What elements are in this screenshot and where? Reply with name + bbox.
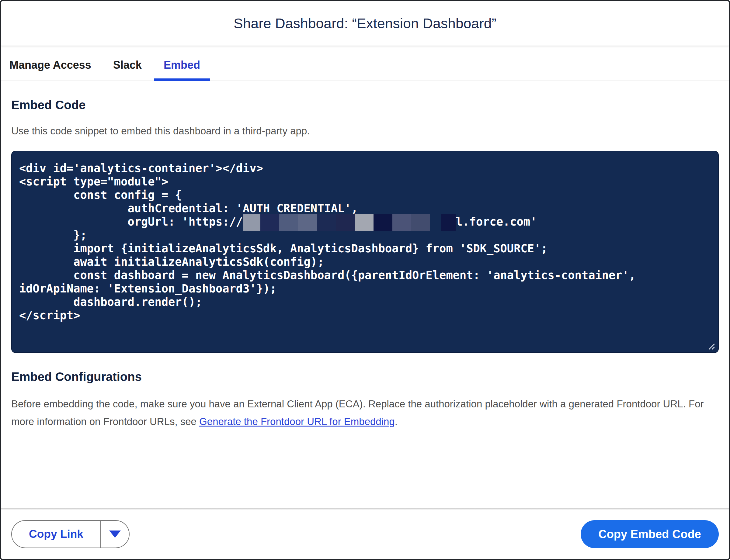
copy-link-split-button: Copy Link xyxy=(11,520,130,548)
tab-slack[interactable]: Slack xyxy=(113,59,142,81)
redacted-org-url xyxy=(243,214,456,231)
tab-bar: Manage Access Slack Embed xyxy=(1,46,729,81)
embed-configurations-text: Before embedding the code, make sure you… xyxy=(11,395,705,430)
chevron-down-icon xyxy=(109,531,121,538)
modal-title: Share Dashboard: “Extension Dashboard” xyxy=(233,15,497,32)
embed-tab-panel: Embed Code Use this code snippet to embe… xyxy=(1,81,729,508)
share-dashboard-modal: Share Dashboard: “Extension Dashboard” M… xyxy=(0,0,730,560)
copy-link-dropdown-button[interactable] xyxy=(101,521,129,548)
modal-header: Share Dashboard: “Extension Dashboard” xyxy=(1,1,729,46)
embed-code-heading: Embed Code xyxy=(11,98,719,112)
embed-code-text: <div id='analytics-container'></div><scr… xyxy=(19,162,715,322)
embed-configurations-heading: Embed Configurations xyxy=(11,370,719,384)
frontdoor-url-link[interactable]: Generate the Frontdoor URL for Embedding xyxy=(199,416,395,427)
tab-manage-access[interactable]: Manage Access xyxy=(9,59,91,81)
config-text-after-link: . xyxy=(395,416,398,427)
resize-grip-icon[interactable] xyxy=(705,340,715,350)
embed-code-textarea[interactable]: <div id='analytics-container'></div><scr… xyxy=(11,151,719,353)
embed-code-description: Use this code snippet to embed this dash… xyxy=(11,125,719,137)
modal-footer: Copy Link Copy Embed Code xyxy=(1,510,729,559)
copy-embed-code-button[interactable]: Copy Embed Code xyxy=(581,520,719,548)
tab-embed[interactable]: Embed xyxy=(164,59,200,81)
copy-link-button[interactable]: Copy Link xyxy=(12,521,101,548)
